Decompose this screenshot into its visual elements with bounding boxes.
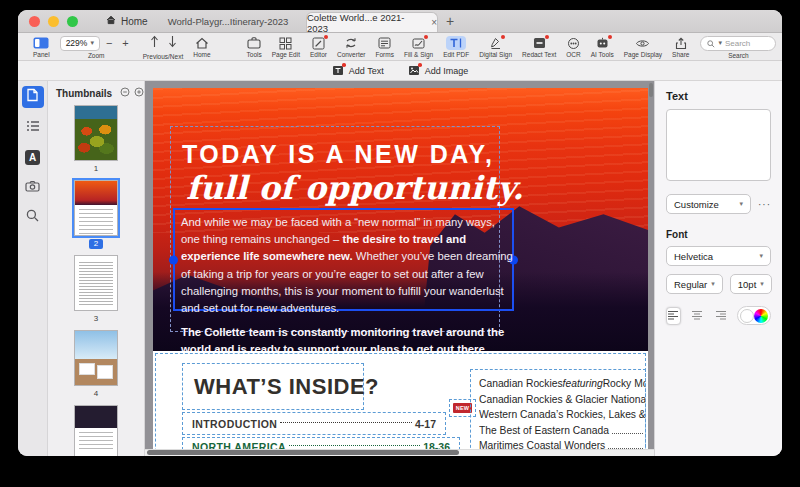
eye-icon [635, 36, 650, 50]
thumbnail-page-2[interactable]: 2 [74, 180, 118, 249]
tools-button[interactable]: Tools [242, 34, 267, 60]
forms-button[interactable]: Forms [370, 34, 398, 60]
attachments-panel-button[interactable] [22, 176, 44, 198]
annotations-panel-button[interactable]: A [22, 146, 44, 168]
tour-item: The Best of Eastern Canada [479, 423, 645, 439]
vertical-scrollbar-thumb[interactable] [649, 83, 653, 97]
minimize-window-button[interactable] [48, 16, 59, 27]
headline-line2[interactable]: full of opportunity. [186, 169, 523, 207]
color-wheel-icon[interactable] [754, 309, 768, 323]
headline-line1[interactable]: TODAY IS A NEW DAY, [182, 140, 494, 169]
paragraph-1: And while we may be faced with a “new no… [181, 214, 513, 317]
add-image-button[interactable]: Add Image [408, 65, 469, 76]
editor-icon [312, 36, 325, 50]
font-family-dropdown[interactable]: Helvetica ▾ [666, 246, 771, 266]
thumbnail-page-5[interactable]: 5 [74, 405, 118, 456]
camera-icon [25, 178, 40, 196]
tour-item: Canadian Rockies & Glacier National Park [479, 392, 645, 408]
zoom-in-button[interactable]: + [118, 37, 132, 49]
thumbnail-zoom-out-icon[interactable] [120, 87, 130, 99]
font-section-label: Font [666, 229, 771, 240]
horizontal-scrollbar-thumb[interactable] [147, 450, 459, 455]
thumbnail-image[interactable] [74, 405, 118, 456]
next-page-button[interactable] [168, 34, 177, 52]
page-number: 4 [89, 389, 103, 399]
thumbnails-panel-button[interactable] [22, 86, 44, 108]
page-display-button[interactable]: Page Display [619, 34, 667, 60]
add-text-icon [332, 65, 344, 76]
tab-label: World-Playgr...Itinerary-2023 [168, 16, 289, 27]
converter-icon [344, 36, 358, 50]
fill-sign-button[interactable]: Fill & Sign [399, 34, 438, 60]
toolbar-left-cluster: Panel 229% ▾ − + Zoom [28, 34, 216, 60]
thumbnail-zoom-in-icon[interactable] [134, 87, 144, 99]
tab-close-icon[interactable]: × [431, 17, 437, 28]
align-center-button[interactable] [690, 307, 705, 325]
font-color-control[interactable] [737, 306, 771, 325]
dot-leader [612, 433, 643, 434]
thumbnails-title: Thumbnails [56, 88, 112, 99]
share-button[interactable]: Share [667, 34, 694, 60]
search-input[interactable] [725, 39, 773, 48]
converter-button[interactable]: Converter [332, 34, 371, 60]
thumbnail-image[interactable] [74, 330, 118, 386]
thumbnail-image[interactable] [74, 180, 118, 236]
toc-row-introduction[interactable]: INTRODUCTION 4-17 [182, 412, 446, 435]
page-number: 1 [89, 164, 103, 174]
new-tab-button[interactable]: + [446, 10, 454, 32]
close-window-button[interactable] [29, 16, 40, 27]
tab-world-playground[interactable]: World-Playgr...Itinerary-2023 [148, 10, 308, 32]
tour-list-box[interactable]: Canadian Rockies featuring Rocky Mountai… [470, 369, 646, 456]
thumbnail-page-1[interactable]: 1 [74, 105, 118, 174]
customize-dropdown[interactable]: Customize ▾ [666, 194, 751, 214]
resize-handle-left[interactable] [169, 255, 178, 264]
search-input-wrap[interactable]: ▾ [700, 36, 776, 51]
tab-colette-world[interactable]: Colette World...e 2021-2023 × [306, 12, 438, 32]
tools-icon [247, 36, 261, 50]
zoom-group: 229% ▾ − + Zoom [55, 34, 138, 60]
bookmarks-panel-button[interactable] [22, 116, 44, 138]
fill-sign-icon [412, 36, 425, 50]
digital-sign-button[interactable]: Digital Sign [474, 34, 517, 60]
document-viewport[interactable]: TODAY IS A NEW DAY, full of opportunity.… [145, 81, 654, 456]
dot-leader [280, 422, 412, 423]
panel-toggle-button[interactable]: Panel [28, 34, 55, 60]
tab-home[interactable]: Home [106, 10, 148, 32]
chevron-down-icon: ▾ [90, 39, 94, 47]
zoom-window-button[interactable] [67, 16, 78, 27]
more-options-button[interactable]: ··· [758, 199, 771, 210]
thumbnails-header: Thumbnails [48, 81, 144, 103]
font-style-dropdown[interactable]: Regular ▾ [666, 274, 723, 294]
add-text-button[interactable]: Add Text [332, 65, 384, 76]
thumbnail-image[interactable] [74, 255, 118, 311]
paragraph-2: The Collette team is constantly monitori… [181, 324, 513, 351]
editor-button[interactable]: Editor [305, 34, 332, 60]
pdf-page[interactable]: TODAY IS A NEW DAY, full of opportunity.… [153, 88, 648, 456]
current-color-swatch[interactable] [740, 309, 754, 323]
ai-tools-button[interactable]: AI Tools [586, 34, 619, 60]
home-view-button[interactable]: Home [188, 34, 215, 60]
page-edit-icon [279, 36, 292, 50]
search-panel-button[interactable] [22, 206, 44, 228]
toolbar-right-cluster: Page Display Share ▾ Search [619, 34, 782, 60]
previous-page-button[interactable] [150, 34, 159, 52]
redact-text-button[interactable]: Redact Text [517, 34, 561, 60]
align-right-button[interactable] [713, 307, 728, 325]
text-style-preview [666, 109, 771, 181]
font-size-dropdown[interactable]: 10pt ▾ [730, 274, 772, 294]
intro-paragraphs[interactable]: And while we may be faced with a “new no… [181, 214, 513, 351]
zoom-level-dropdown[interactable]: 229% ▾ [60, 36, 100, 51]
zoom-out-button[interactable]: − [102, 37, 116, 49]
whats-inside-box[interactable]: WHAT’S INSIDE? [182, 363, 364, 410]
thumbnail-image[interactable] [74, 105, 118, 161]
forms-icon [378, 36, 391, 50]
properties-title: Text [666, 90, 771, 102]
align-left-button[interactable] [666, 307, 681, 325]
thumbnail-page-3[interactable]: 3 [74, 255, 118, 324]
search-icon [26, 208, 39, 226]
thumbnail-page-4[interactable]: 4 [74, 330, 118, 399]
edit-pdf-button[interactable]: Edit PDF [438, 34, 474, 60]
horizontal-scrollbar-track[interactable] [145, 449, 654, 456]
ocr-button[interactable]: OCR [561, 34, 585, 60]
page-edit-button[interactable]: Page Edit [267, 34, 305, 60]
